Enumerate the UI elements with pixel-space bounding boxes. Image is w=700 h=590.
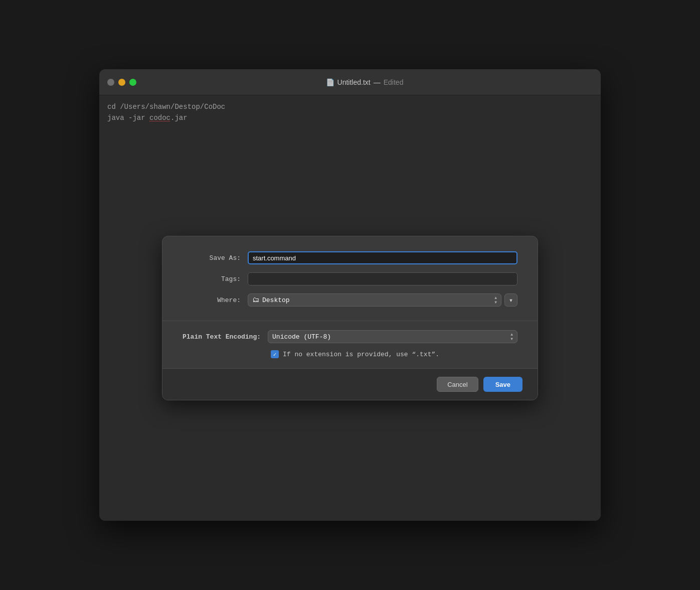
dialog-footer: Cancel Save — [162, 369, 538, 400]
window-title: Untitled.txt — [337, 78, 371, 86]
app-window: 📄 Untitled.txt — Edited cd /Users/shawn/… — [99, 69, 601, 521]
use-txt-checkbox[interactable]: ✓ — [271, 350, 279, 358]
title-status: Edited — [384, 78, 404, 86]
where-value: Desktop — [262, 297, 290, 304]
where-row: Where: 🗂 Desktop ▲ ▼ — [183, 293, 517, 307]
expand-button[interactable]: ▾ — [504, 293, 517, 307]
dialog-upper: Save As: Tags: Where: — [162, 236, 538, 321]
save-dialog: Save As: Tags: Where: — [162, 236, 538, 400]
title-separator: — — [374, 78, 381, 86]
terminal-area: cd /Users/shawn/Destop/CoDoc java -jar c… — [99, 95, 601, 521]
minimize-button[interactable] — [118, 79, 125, 86]
where-select-wrapper: 🗂 Desktop ▲ ▼ ▾ — [248, 293, 517, 307]
modal-overlay: Save As: Tags: Where: — [99, 95, 601, 521]
encoding-select[interactable]: Unicode (UTF-8) ▲ ▼ — [268, 330, 517, 343]
save-button[interactable]: Save — [483, 377, 522, 392]
checkbox-label: If no extension is provided, use “.txt”. — [283, 351, 439, 358]
tags-input[interactable] — [248, 272, 517, 285]
traffic-lights — [107, 79, 136, 86]
encoding-row: Plain Text Encoding: Unicode (UTF-8) ▲ ▼ — [183, 330, 517, 343]
document-icon: 📄 — [326, 78, 334, 86]
where-select-inner: 🗂 Desktop — [252, 296, 290, 304]
close-button[interactable] — [107, 79, 114, 86]
where-stepper-icon: ▲ ▼ — [494, 296, 497, 305]
titlebar: 📄 Untitled.txt — Edited — [99, 69, 601, 95]
where-select[interactable]: 🗂 Desktop ▲ ▼ — [248, 293, 501, 307]
encoding-label: Plain Text Encoding: — [183, 333, 261, 341]
title-area: 📄 Untitled.txt — Edited — [136, 78, 593, 86]
save-as-input[interactable] — [248, 251, 517, 264]
maximize-button[interactable] — [129, 79, 136, 86]
chevron-down-icon: ▾ — [509, 296, 513, 305]
tags-label: Tags: — [183, 275, 248, 283]
cancel-button[interactable]: Cancel — [437, 377, 478, 392]
save-as-label: Save As: — [183, 254, 248, 262]
encoding-stepper-icon: ▲ ▼ — [510, 333, 513, 341]
folder-icon: 🗂 — [252, 296, 259, 304]
save-as-row: Save As: — [183, 251, 517, 264]
where-label: Where: — [183, 297, 248, 304]
checkmark-icon: ✓ — [273, 351, 277, 358]
dialog-lower: Plain Text Encoding: Unicode (UTF-8) ▲ ▼ — [162, 321, 538, 368]
encoding-value: Unicode (UTF-8) — [272, 333, 331, 341]
tags-row: Tags: — [183, 272, 517, 285]
checkbox-row: ✓ If no extension is provided, use “.txt… — [271, 350, 517, 358]
